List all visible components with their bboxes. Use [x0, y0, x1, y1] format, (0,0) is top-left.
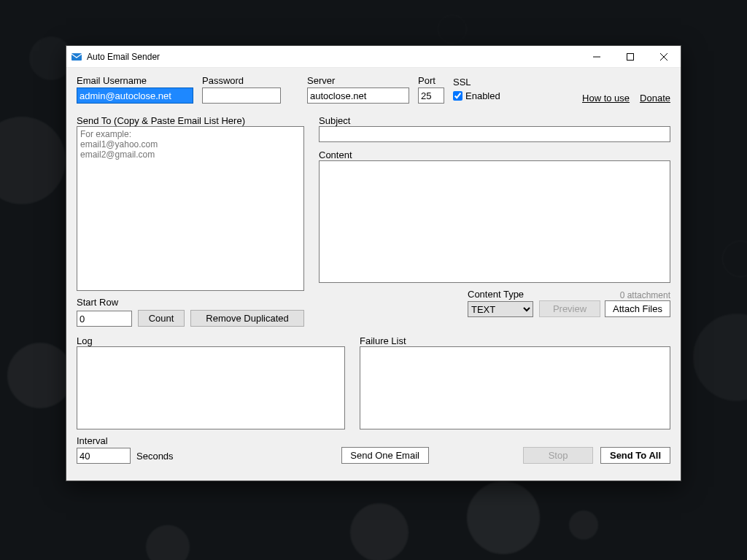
- stop-button[interactable]: Stop: [523, 447, 593, 464]
- content-label: Content: [319, 149, 670, 160]
- window-title: Auto Email Sender: [87, 52, 580, 62]
- interval-label: Interval: [77, 435, 174, 446]
- email-username-input[interactable]: [77, 88, 193, 104]
- interval-input[interactable]: [77, 448, 131, 464]
- credentials-row: Email Username Password Server Port SSL …: [77, 75, 670, 104]
- ssl-label: SSL: [453, 77, 500, 88]
- subject-input[interactable]: [319, 126, 670, 142]
- remove-duplicated-button[interactable]: Remove Duplicated: [190, 310, 304, 327]
- subject-label: Subject: [319, 115, 670, 126]
- start-row-input[interactable]: [77, 311, 132, 327]
- start-row-label: Start Row: [77, 297, 132, 308]
- port-input[interactable]: [418, 88, 444, 104]
- port-field: Port: [418, 75, 444, 104]
- ssl-field: SSL Enabled: [453, 77, 500, 104]
- content-textarea[interactable]: [319, 160, 670, 283]
- app-icon: [71, 51, 82, 63]
- send-to-label: Send To (Copy & Paste Email List Here): [77, 115, 304, 126]
- content-type-label: Content Type: [468, 289, 533, 300]
- log-label: Log: [77, 335, 345, 346]
- port-label: Port: [418, 75, 444, 86]
- donate-link[interactable]: Donate: [640, 93, 670, 104]
- failure-list-label: Failure List: [360, 335, 670, 346]
- help-links: How to use Donate: [582, 76, 670, 104]
- titlebar: Auto Email Sender: [66, 46, 681, 68]
- maximize-button[interactable]: [614, 46, 647, 67]
- server-input[interactable]: [307, 88, 409, 104]
- send-all-button[interactable]: Send To All: [600, 447, 670, 464]
- email-username-field: Email Username: [77, 75, 193, 104]
- server-field: Server: [307, 75, 409, 104]
- ssl-enabled-label: Enabled: [465, 90, 500, 101]
- content-type-select[interactable]: TEXT: [468, 301, 533, 317]
- log-textarea[interactable]: [77, 346, 345, 429]
- attach-files-button[interactable]: Attach Files: [605, 300, 670, 317]
- send-to-textarea[interactable]: [77, 126, 304, 291]
- interval-unit: Seconds: [136, 451, 174, 462]
- failure-list-textarea[interactable]: [360, 346, 670, 429]
- how-to-use-link[interactable]: How to use: [582, 93, 630, 104]
- password-input[interactable]: [202, 88, 281, 104]
- ssl-checkbox[interactable]: [453, 91, 462, 101]
- svg-rect-0: [71, 53, 82, 61]
- svg-rect-2: [627, 53, 634, 60]
- minimize-button[interactable]: [580, 46, 614, 67]
- password-field: Password: [202, 75, 281, 104]
- app-window: Auto Email Sender Email Username Passwor…: [66, 45, 681, 481]
- password-label: Password: [202, 75, 281, 86]
- client-area: Email Username Password Server Port SSL …: [66, 68, 681, 481]
- attachment-count: 0 attachment: [620, 290, 670, 300]
- count-button[interactable]: Count: [138, 310, 185, 327]
- close-button[interactable]: [647, 46, 681, 67]
- email-username-label: Email Username: [77, 75, 193, 86]
- preview-button[interactable]: Preview: [539, 300, 600, 317]
- send-one-button[interactable]: Send One Email: [341, 447, 429, 464]
- server-label: Server: [307, 75, 409, 86]
- window-controls: [580, 46, 681, 67]
